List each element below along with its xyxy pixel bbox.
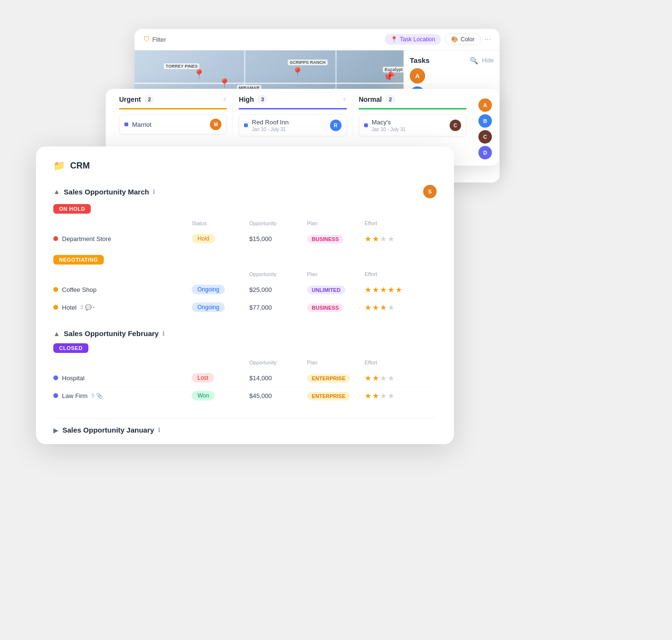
star-1: ★ xyxy=(365,374,371,383)
plan-cell: ENTERPRISE xyxy=(307,374,365,383)
kanban-card-redroof[interactable]: Red Roof Inn Jan 10 - July 31 R xyxy=(239,114,346,136)
row-name: Hotel 3 💬 • xyxy=(53,304,192,311)
crm-table-closed: Opportunity Plan Effort Hospital Lost $1… xyxy=(53,358,437,404)
star-3: ★ xyxy=(380,391,387,400)
row-name: Hospital xyxy=(53,374,192,382)
kanban-col-urgent: Urgent 2 + Marriot M xyxy=(113,95,233,134)
stars-cell: ★ ★ ★ ★ xyxy=(365,374,437,383)
table-row[interactable]: Department Store Hold $15,000 BUSINESS ★… xyxy=(53,230,437,247)
toggle-february[interactable]: ▲ xyxy=(53,330,60,338)
plan-cell: BUSINESS xyxy=(307,303,365,312)
star-3: ★ xyxy=(380,285,387,294)
table-row[interactable]: Hospital Lost $14,000 ENTERPRISE ★ ★ ★ ★ xyxy=(53,369,437,387)
kanban-card-marriot[interactable]: Marriot M xyxy=(119,114,227,134)
group-closed: CLOSED Opportunity Plan Effort Hospital xyxy=(53,343,437,404)
stars-cell: ★ ★ ★ ★ xyxy=(365,234,437,243)
map-pin-4: 📌 xyxy=(383,71,395,82)
star-1: ★ xyxy=(365,285,371,294)
row-meta: 3 💬 • xyxy=(80,304,95,311)
section-january-info[interactable]: ℹ xyxy=(158,426,160,434)
star-3: ★ xyxy=(380,234,387,243)
col-status xyxy=(192,360,249,365)
card-avatar: M xyxy=(210,119,221,130)
color-label: Color xyxy=(461,36,475,43)
star-4: ★ xyxy=(388,303,394,312)
filter-icon: ⛉ xyxy=(143,36,150,43)
card-avatar: C xyxy=(450,120,461,131)
add-high-button[interactable]: + xyxy=(342,95,346,104)
col-header-urgent: Urgent 2 + xyxy=(119,95,227,109)
row-name: Department Store xyxy=(53,235,192,242)
row-status: Ongoing xyxy=(192,285,249,294)
row-name: Coffee Shop xyxy=(53,286,192,293)
row-status: Ongoing xyxy=(192,302,249,312)
table-row[interactable]: Coffee Shop Ongoing $25,000 UNLIMITED ★ … xyxy=(53,281,437,299)
section-february-title: Sales Opportunity February xyxy=(64,329,159,338)
col-plan: Plan xyxy=(307,271,365,277)
star-4: ★ xyxy=(388,391,394,400)
map-pin-1: 📍 xyxy=(193,69,205,80)
row-dot xyxy=(53,305,58,310)
search-icon[interactable]: 🔍 xyxy=(470,57,478,64)
star-5: ★ xyxy=(395,285,402,294)
row-name-text: Law Firm xyxy=(62,392,87,399)
section-march: ▲ Sales Opportunity March ℹ S ON HOLD St… xyxy=(53,185,437,316)
group-onhold: ON HOLD Status Opportunity Plan Effort D… xyxy=(53,204,437,247)
status-pill: Ongoing xyxy=(192,285,225,294)
col-title-normal: Normal xyxy=(359,96,382,103)
filter-button[interactable]: ⛉ Filter xyxy=(143,36,166,43)
table-header-closed: Opportunity Plan Effort xyxy=(53,358,437,367)
filter-label: Filter xyxy=(152,36,166,43)
section-march-info[interactable]: ℹ xyxy=(153,188,155,195)
kanban-card-macys[interactable]: Macy's Jan 10 - July 31 C xyxy=(359,114,466,136)
card-dot xyxy=(244,123,248,127)
tasks-panel-actions: 🔍 Hide xyxy=(470,57,494,64)
col-status: Status xyxy=(192,220,249,226)
badge-negotiating: NEGOTIATING xyxy=(53,255,104,265)
kanban-col-normal: Normal 2 Macy's Jan 10 - July 31 C xyxy=(353,95,473,136)
section-march-header: ▲ Sales Opportunity March ℹ S xyxy=(53,185,437,198)
star-3: ★ xyxy=(380,374,387,383)
card-date: Jan 10 - July 31 xyxy=(252,127,289,132)
map-pin-3: 📍 xyxy=(292,67,304,78)
plan-badge: UNLIMITED xyxy=(307,286,345,294)
col-count-high: 3 xyxy=(257,95,267,104)
toggle-january[interactable]: ▶ xyxy=(53,426,59,434)
star-2: ★ xyxy=(372,234,379,243)
star-2: ★ xyxy=(372,391,379,400)
status-pill: Hold xyxy=(192,234,215,243)
more-button[interactable]: ··· xyxy=(485,35,491,44)
table-row[interactable]: Hotel 3 💬 • Ongoing $77,000 BUSINESS ★ ★… xyxy=(53,299,437,316)
row-status: Lost xyxy=(192,373,249,383)
card-dot xyxy=(124,122,128,126)
toggle-march[interactable]: ▲ xyxy=(53,188,60,195)
row-name-text: Coffee Shop xyxy=(62,286,97,293)
map-pin-2: 📍 xyxy=(219,78,231,89)
status-pill: Won xyxy=(192,391,215,400)
row-status: Hold xyxy=(192,234,249,243)
col-plan: Plan xyxy=(307,220,365,226)
avatar-1: A xyxy=(410,68,425,84)
plan-badge: BUSINESS xyxy=(307,235,343,243)
plan-cell: ENTERPRISE xyxy=(307,391,365,400)
col-count-normal: 2 xyxy=(386,95,395,104)
section-february-info[interactable]: ℹ xyxy=(162,330,165,337)
section-february-header: ▲ Sales Opportunity February ℹ xyxy=(53,329,437,338)
add-urgent-button[interactable]: + xyxy=(222,95,227,104)
table-row[interactable]: Law Firm 5 📎 Won $45,000 ENTERPRISE ★ ★ … xyxy=(53,387,437,404)
color-button[interactable]: 🎨 Color xyxy=(445,34,481,45)
color-icon: 🎨 xyxy=(451,36,458,43)
row-name-text: Department Store xyxy=(62,235,111,242)
card-dot xyxy=(364,123,368,127)
toolbar: ⛉ Filter 📍 Task Location 🎨 Color ··· xyxy=(134,29,500,50)
col-effort: Effort xyxy=(365,271,437,277)
side-avatar-3: C xyxy=(478,130,492,144)
task-location-button[interactable]: 📍 Task Location xyxy=(385,34,441,45)
hide-button[interactable]: Hide xyxy=(482,57,494,64)
toolbar-right: 📍 Task Location 🎨 Color ··· xyxy=(385,34,491,45)
status-pill: Lost xyxy=(192,373,214,383)
folder-icon: 📁 xyxy=(53,160,65,171)
badge-onhold: ON HOLD xyxy=(53,204,91,214)
location-pin-icon: 📍 xyxy=(391,36,398,43)
row-dot xyxy=(53,236,58,241)
